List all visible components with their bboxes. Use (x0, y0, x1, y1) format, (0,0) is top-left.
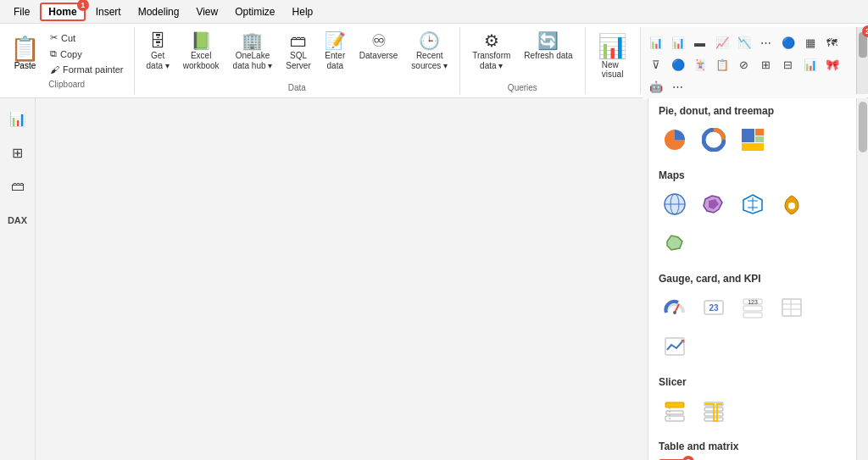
viz-line-icon[interactable]: 📈 (712, 32, 732, 53)
viz-100bar-icon[interactable]: ▬ (690, 32, 710, 53)
viz-kpi-icon[interactable]: 📋 (712, 54, 732, 75)
gauge-chart-icon[interactable] (659, 291, 691, 324)
map-globe-icon[interactable] (659, 188, 691, 220)
viz-gauge-icon[interactable]: 🔵 (668, 54, 688, 75)
viz-ai-icon[interactable]: 🤖 (646, 76, 666, 97)
svg-rect-19 (743, 313, 762, 318)
scrollbar-badge: 2 (862, 25, 869, 37)
filled-map-icon[interactable] (698, 188, 730, 220)
recent-sources-button[interactable]: 🕒 Recentsources ▾ (406, 30, 453, 73)
queries-group-label: Queries (508, 81, 537, 94)
menu-help[interactable]: Help (286, 4, 320, 19)
viz-toolbar-area: 📊 📊 ▬ 📈 📉 ⋯ 🔵 ▦ 🗺 ⊽ 🔵 🃏 📋 ⊘ ⊞ ⊟ 📊 🎀 🤖 ⋯ (640, 27, 868, 94)
sidebar-dax-icon[interactable]: DAX (4, 207, 31, 234)
viz-waterfall-icon[interactable]: 📊 (800, 54, 821, 75)
shape-map-icon[interactable] (659, 227, 691, 259)
viz-pie-icon[interactable]: 🔵 (778, 32, 798, 53)
menu-file[interactable]: File (7, 4, 36, 19)
svg-rect-2 (755, 129, 764, 136)
azure-map-icon[interactable] (737, 188, 769, 220)
svg-rect-29 (665, 416, 684, 421)
new-visual-button[interactable]: 📊 Newvisual (593, 30, 633, 80)
menu-modeling[interactable]: Modeling (131, 4, 186, 19)
ribbon: 📋 Paste ✂ Cut ⧉ Copy 🖌 Format painter Cl… (0, 24, 868, 98)
dataverse-button[interactable]: ♾ Dataverse (354, 30, 403, 63)
data-group-label: Data (288, 81, 306, 94)
viz-treemap-icon[interactable]: ▦ (800, 32, 821, 53)
new-visual-group: 📊 Newvisual (586, 27, 640, 94)
gauge-icons-row: 23 123 (659, 291, 846, 363)
format-painter-button[interactable]: 🖌 Format painter (47, 63, 127, 76)
canvas-area (36, 98, 648, 460)
slicer-icons-row (659, 395, 846, 427)
pie-chart-icon[interactable] (659, 124, 691, 156)
viz-toolbar: 📊 📊 ▬ 📈 📉 ⋯ 🔵 ▦ 🗺 ⊽ 🔵 🃏 📋 ⊘ ⊞ ⊟ 📊 🎀 🤖 ⋯ (643, 29, 866, 101)
pie-icons-row (659, 124, 846, 156)
table-icon-gauge[interactable] (776, 291, 808, 324)
menu-optimize[interactable]: Optimize (228, 4, 281, 19)
svg-text:23: 23 (709, 303, 719, 313)
viz-panel-scrollbar[interactable] (856, 98, 868, 460)
paste-button[interactable]: 📋 Paste (7, 36, 43, 72)
excel-workbook-button[interactable]: 📗 Excelworkbook (178, 30, 225, 73)
onelake-data-hub-button[interactable]: 🏢 OneLakedata hub ▾ (228, 30, 278, 73)
kpi-icon[interactable] (659, 330, 691, 363)
viz-more-icon[interactable]: ⋯ (668, 76, 688, 97)
queries-group: ⚙ Transformdata ▾ 🔄 Refresh data Queries (460, 27, 585, 94)
svg-rect-4 (742, 143, 764, 151)
menu-home[interactable]: Home 1 (40, 3, 85, 21)
viz-map-icon[interactable]: 🗺 (822, 32, 843, 53)
filter-slicer-icon[interactable] (698, 395, 730, 427)
treemap-icon[interactable] (737, 124, 769, 156)
viz-slicer-icon[interactable]: ⊘ (734, 54, 754, 75)
viz-panel: Pie, donut, and treemap (648, 98, 868, 460)
slicer-icon[interactable] (659, 395, 691, 427)
sidebar-data-icon[interactable]: ⊞ (4, 139, 31, 166)
svg-marker-27 (666, 411, 683, 414)
clipboard-group: 📋 Paste ✂ Cut ⧉ Copy 🖌 Format painter Cl… (0, 27, 135, 94)
viz-scatter-icon[interactable]: ⋯ (756, 32, 776, 53)
table-badge: 3 (682, 456, 694, 460)
card-icon[interactable]: 23 (698, 291, 730, 324)
multi-card-icon[interactable]: 123 (737, 291, 769, 324)
ribbon-scrollbar[interactable]: 2 (856, 27, 868, 94)
sidebar-model-icon[interactable]: 🗃 (4, 173, 31, 200)
refresh-data-button[interactable]: 🔄 Refresh data (519, 30, 577, 63)
viz-ribbon-icon[interactable]: 🎀 (822, 54, 843, 75)
pie-section-title: Pie, donut, and treemap (659, 105, 846, 117)
cut-button[interactable]: ✂ Cut (47, 30, 127, 45)
viz-card-icon[interactable]: 🃏 (690, 54, 710, 75)
viz-table-icon[interactable]: ⊞ (756, 54, 776, 75)
gauge-section-title: Gauge, card, and KPI (659, 273, 846, 285)
slicer-section-title: Slicer (659, 376, 846, 388)
get-data-button[interactable]: 🗄 Getdata ▾ (142, 30, 175, 73)
clipboard-label: Clipboard (7, 78, 127, 91)
svg-rect-1 (742, 129, 754, 142)
left-sidebar: 📊 ⊞ 🗃 DAX (0, 98, 36, 460)
sidebar-report-icon[interactable]: 📊 (4, 105, 31, 132)
viz-matrix-icon[interactable]: ⊟ (778, 54, 798, 75)
viz-bar-icon[interactable]: 📊 (646, 32, 666, 53)
menu-view[interactable]: View (189, 4, 225, 19)
data-group: 🗄 Getdata ▾ 📗 Excelworkbook 🏢 OneLakedat… (135, 27, 461, 94)
copy-button[interactable]: ⧉ Copy (47, 47, 127, 61)
svg-rect-20 (782, 299, 801, 316)
svg-rect-3 (755, 136, 764, 142)
arcgis-map-icon[interactable] (776, 188, 808, 220)
menu-bar: File Home 1 Insert Modeling View Optimiz… (0, 0, 868, 24)
svg-text:123: 123 (748, 299, 758, 305)
menu-insert[interactable]: Insert (89, 4, 128, 19)
transform-data-button[interactable]: ⚙ Transformdata ▾ (467, 30, 515, 73)
main-content: 📊 ⊞ 🗃 DAX Pie, donut, and treemap (0, 98, 868, 460)
viz-funnel-icon[interactable]: ⊽ (646, 54, 666, 75)
maps-icons-row (659, 188, 846, 259)
donut-chart-icon[interactable] (698, 124, 730, 156)
sql-server-button[interactable]: 🗃 SQLServer (281, 30, 315, 73)
gauge-section: Gauge, card, and KPI 23 (648, 266, 856, 369)
enter-data-button[interactable]: 📝 Enterdata (320, 30, 351, 73)
slicer-section: Slicer (648, 369, 856, 434)
svg-rect-26 (665, 402, 684, 407)
viz-area-icon[interactable]: 📉 (734, 32, 754, 53)
table-matrix-section: Table and matrix 3 (648, 434, 856, 460)
viz-stacked-bar-icon[interactable]: 📊 (668, 32, 688, 53)
